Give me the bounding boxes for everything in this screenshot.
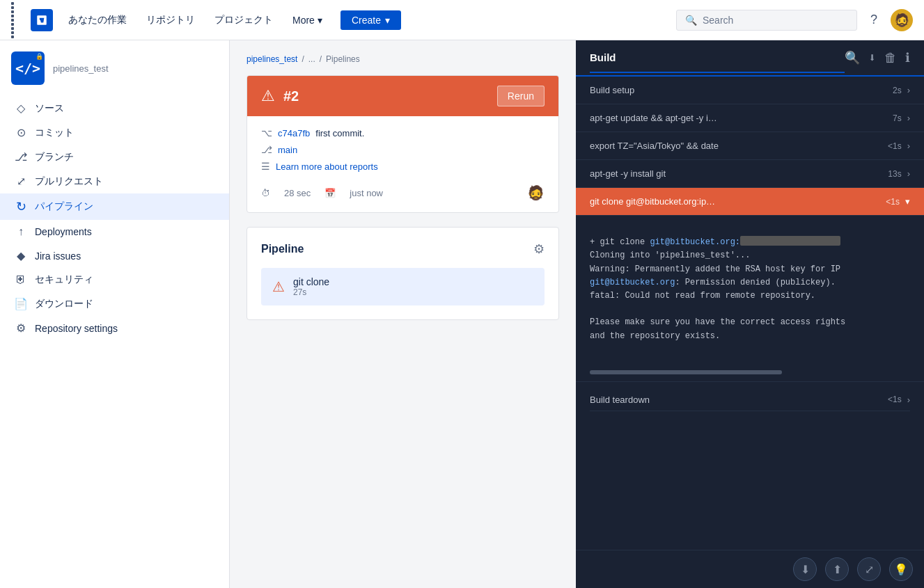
deployments-icon: ↑ [14,225,28,238]
pipeline-step-git-clone[interactable]: ⚠ git clone 27s [261,268,545,305]
settings-icon: ⚙ [14,321,28,335]
source-icon: ◇ [14,102,28,115]
commits-icon: ⊙ [14,126,28,139]
scroll-down-button[interactable]: ⬇ [793,557,817,581]
download-log-icon[interactable]: ⬇ [868,50,876,65]
branches-icon: ⎇ [14,150,28,164]
main-layout: </> 🔒 pipelines_test ◇ ソース ⊙ コミット ⎇ ブランチ… [0,40,924,588]
build-avatar: 🧔 [527,184,545,201]
log-step-git-clone[interactable]: git clone git@bitbucket.org:ip… <1s [576,188,924,216]
expand-button[interactable]: ⤢ [857,557,881,581]
chevron-down-icon: ▾ [318,15,322,26]
sidebar-item-commits[interactable]: ⊙ コミット [0,120,229,145]
chevron-right-icon [907,395,910,405]
build-time: just now [350,188,383,198]
topnav: あなたの作業 リポジトリ プロジェクト More ▾ Create ▾ 🔍 Se… [0,0,924,40]
sidebar-item-label: Deployments [35,226,92,237]
learn-more-link[interactable]: Learn more about reports [276,161,378,172]
sidebar-item-jira[interactable]: ◆ Jira issues [0,244,229,268]
jira-icon: ◆ [14,249,28,262]
build-teardown-section: Build teardown <1s [576,381,924,418]
build-header: ⚠ #2 Rerun [247,76,558,116]
breadcrumb-repo[interactable]: pipelines_test [246,54,297,64]
breadcrumb: pipelines_test / ... / Pipelines [246,54,559,64]
teardown-name: Build teardown [590,395,888,405]
log-step-export-tz[interactable]: export TZ="Asia/Tokyo" && date <1s [576,132,924,160]
repo-icon: </> 🔒 [11,51,45,85]
nav-more[interactable]: More ▾ [285,12,329,29]
info-log-icon[interactable]: ℹ [905,50,910,65]
help-button[interactable]: ? [863,9,885,31]
commit-icon: ⌥ [261,127,272,138]
log-link-git2[interactable]: git@bitbucket.org [590,278,675,287]
calendar-icon: 📅 [324,188,336,198]
rerun-button[interactable]: Rerun [497,86,545,106]
sidebar-item-label: ソース [35,102,64,115]
security-icon: ⛨ [14,273,28,286]
sidebar-item-label: Repository settings [35,323,118,334]
build-log-header: Build 🔍 ⬇ 🗑 ℹ [576,40,924,77]
sidebar-item-source[interactable]: ◇ ソース [0,96,229,120]
bitbucket-logo[interactable] [31,9,53,31]
sidebar: </> 🔒 pipelines_test ◇ ソース ⊙ コミット ⎇ ブランチ… [0,40,230,588]
lightbulb-button[interactable]: 💡 [889,557,913,581]
log-step-teardown[interactable]: Build teardown <1s [590,389,910,411]
sidebar-item-settings[interactable]: ⚙ Repository settings [0,316,229,340]
sidebar-item-label: Jira issues [35,251,81,262]
log-step-apt-install-git[interactable]: apt-get -y install git 13s [576,160,924,188]
sidebar-item-pipelines[interactable]: ↻ パイプライン [0,193,229,220]
document-icon: ☰ [261,161,270,172]
lock-icon: 🔒 [36,53,43,60]
nav-repositories[interactable]: リポジトリ [139,11,202,29]
commit-row: ⌥ c74a7fb first commit. [261,127,545,138]
build-duration: 28 sec [284,188,311,198]
sidebar-item-pull-requests[interactable]: ⤢ プルリクエスト [0,169,229,193]
sidebar-item-label: コミット [35,127,74,139]
log-step-build-setup[interactable]: Build setup 2s [576,77,924,104]
downloads-icon: 📄 [14,297,28,310]
clock-icon: ⏱ [261,188,270,198]
sidebar-item-label: パイプライン [35,200,93,213]
build-log-content: Build setup 2s apt-get update && apt-get… [576,77,924,550]
log-link-git[interactable]: git@bitbucket.org: [650,237,740,247]
nav-my-work[interactable]: あなたの作業 [61,11,134,29]
sidebar-item-deployments[interactable]: ↑ Deployments [0,220,229,244]
commit-hash[interactable]: c74a7fb [278,128,310,138]
log-scrollbar[interactable] [590,370,782,374]
breadcrumb-pipelines: Pipelines [326,54,360,64]
nav-projects[interactable]: プロジェクト [207,11,280,29]
sidebar-item-label: プルリクエスト [35,175,103,188]
scroll-up-button[interactable]: ⬆ [825,557,849,581]
log-scrollbar-area [576,363,924,381]
user-avatar[interactable]: 🧔 [891,9,913,31]
build-log-actions: 🔍 ⬇ 🗑 ℹ [845,50,910,65]
sidebar-item-branches[interactable]: ⎇ ブランチ [0,145,229,169]
learn-more-row: ☰ Learn more about reports [261,161,545,172]
sidebar-item-downloads[interactable]: 📄 ダウンロード [0,292,229,316]
chevron-right-icon [907,141,910,151]
branch-name[interactable]: main [278,145,297,155]
build-number: #2 [283,88,489,104]
build-body: ⌥ c74a7fb first commit. ⎇ main ☰ Learn m… [247,116,558,212]
step-name: git clone [293,276,329,287]
sidebar-item-security[interactable]: ⛨ セキュリティ [0,268,229,292]
chevron-right-icon [907,85,910,95]
delete-log-icon[interactable]: 🗑 [884,51,897,65]
apps-grid-button[interactable] [11,2,25,38]
sidebar-item-label: ブランチ [35,151,74,164]
build-log-title: Build [590,51,845,73]
build-meta-bottom: ⏱ 28 sec 📅 just now 🧔 [261,184,545,201]
commit-message: first commit. [315,128,364,138]
search-bar[interactable]: 🔍 Search [676,10,857,31]
step-info: git clone 27s [293,276,329,297]
chevron-down-icon: ▾ [385,15,390,26]
create-button[interactable]: Create ▾ [340,10,401,30]
pipeline-heading: Pipeline [261,243,304,255]
sidebar-item-label: セキュリティ [35,273,93,286]
search-log-icon[interactable]: 🔍 [845,50,860,65]
sidebar-item-label: ダウンロード [35,298,93,310]
error-icon: ⚠ [261,87,275,105]
pipeline-settings-icon[interactable]: ⚙ [533,241,545,257]
search-icon: 🔍 [685,15,697,26]
log-step-apt-update[interactable]: apt-get update && apt-get -y i… 7s [576,104,924,132]
